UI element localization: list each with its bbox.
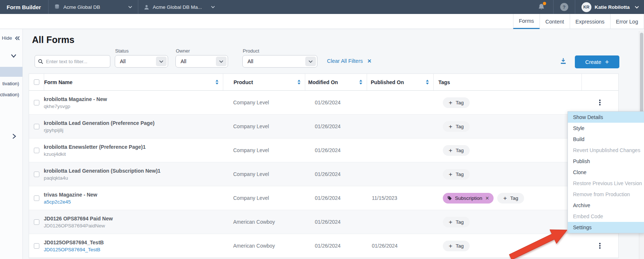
row-checkbox[interactable]: [34, 243, 39, 249]
tab-list: FormsContentExpressionsError Log: [0, 14, 644, 29]
help-button[interactable]: ?: [560, 3, 568, 11]
form-builder-app: Form Builder Acme Global DB Acme Global …: [0, 0, 644, 259]
sort-icon[interactable]: [298, 80, 300, 84]
sort-icon[interactable]: [359, 80, 362, 84]
form-name-cell: krobilotta Lead Generation (Subscription…: [44, 162, 223, 186]
product-cell: Company Level: [223, 115, 305, 138]
actions-cell: [581, 91, 618, 114]
table-row: krobilotta Lead Generation (Preference P…: [29, 115, 618, 139]
published-on-cell-value: 01/26/2024: [372, 243, 398, 249]
status-filter-select[interactable]: All: [115, 55, 168, 68]
divider: [575, 0, 575, 14]
menu-item-publish[interactable]: Publish: [568, 156, 644, 167]
select-all-checkbox[interactable]: [34, 79, 39, 85]
user-avatar[interactable]: KR: [581, 2, 591, 12]
plus-icon: +: [449, 171, 452, 177]
tag-pill-subscription[interactable]: Subscription✕: [443, 193, 494, 204]
app-title: Form Builder: [0, 4, 48, 10]
form-code-link[interactable]: JD0125OPS87694_TestB: [44, 247, 104, 252]
form-name: JD0125OPS87694_TestB: [44, 240, 104, 245]
menu-item-embed-code: Embed Code: [568, 211, 644, 222]
sidebar-item[interactable]: ctivation): [0, 91, 23, 102]
sidebar-item-chevron-right-icon[interactable]: [11, 133, 17, 140]
download-icon: [559, 57, 567, 65]
create-button[interactable]: Create +: [575, 55, 619, 68]
search-filter: [35, 55, 110, 68]
product-cell-value: Company Level: [233, 100, 269, 105]
add-tag-button[interactable]: +Tag: [497, 193, 524, 204]
product-cell: Company Level: [223, 162, 305, 186]
plus-icon: +: [449, 100, 452, 106]
row-actions-kebab-icon[interactable]: [596, 241, 604, 250]
row-checkbox[interactable]: [34, 100, 39, 105]
user-menu-chevron-icon[interactable]: [634, 4, 640, 10]
tags-cell: +Tag: [433, 115, 581, 138]
product-cell-value: Company Level: [233, 171, 269, 177]
tab-content[interactable]: Content: [540, 14, 570, 29]
product-filter-select[interactable]: All: [242, 55, 317, 68]
menu-item-style[interactable]: Style: [568, 123, 644, 134]
row-checkbox[interactable]: [34, 124, 39, 129]
chevron-down-icon: [156, 57, 167, 66]
row-checkbox[interactable]: [34, 195, 39, 201]
row-checkbox[interactable]: [34, 148, 39, 153]
add-tag-button[interactable]: +Tag: [443, 217, 470, 227]
row-checkbox[interactable]: [34, 172, 39, 177]
chevron-down-icon: [305, 57, 316, 66]
search-input[interactable]: [46, 59, 111, 64]
sidebar-hide-button[interactable]: Hide: [2, 35, 20, 41]
table-row: trivas Magazine - Newa5cp2c2e45Company L…: [29, 186, 618, 210]
menu-item-settings[interactable]: Settings: [568, 222, 644, 233]
modified-on-cell: 01/26/2024: [305, 162, 367, 186]
menu-item-clone[interactable]: Clone: [568, 167, 644, 178]
form-name-cell: JD0126 OPS87694 Paid NewJD0126OPS87694Pa…: [44, 210, 223, 234]
form-code: rjpyhpij8j: [44, 127, 154, 133]
menu-item-build[interactable]: Build: [568, 134, 644, 145]
sidebar-expand-chevron-icon[interactable]: [10, 53, 17, 58]
plus-icon: +: [503, 195, 507, 201]
add-tag-button[interactable]: +Tag: [443, 97, 470, 108]
add-tag-button[interactable]: +Tag: [443, 169, 470, 180]
clear-all-filters-button[interactable]: Clear All Filters ✕: [327, 58, 371, 64]
add-tag-button[interactable]: +Tag: [443, 121, 470, 132]
owner-filter-select[interactable]: All: [175, 55, 228, 68]
tab-forms[interactable]: Forms: [513, 14, 540, 29]
form-code: kzuoj4dkit: [44, 151, 146, 157]
sidebar-selected-item[interactable]: [0, 67, 23, 77]
published-on-cell-value: 11/15/2023: [372, 195, 397, 201]
tab-expressions[interactable]: Expressions: [570, 14, 610, 29]
menu-item-archive[interactable]: Archive: [568, 200, 644, 211]
table-row: JD0125OPS87694_TestBJD0125OPS87694_TestB…: [29, 234, 618, 258]
form-code: qkhe7ysvgp: [44, 104, 107, 109]
tab-error-log[interactable]: Error Log: [610, 14, 644, 29]
row-checkbox[interactable]: [34, 219, 39, 225]
product-cell: American Cowboy: [223, 234, 305, 258]
sidebar-item[interactable]: tivation): [0, 80, 23, 91]
column-header-tags: Tags: [433, 74, 581, 90]
database-icon: [54, 4, 60, 10]
menu-item-show-details[interactable]: Show Details: [568, 112, 644, 123]
database-selector[interactable]: Acme Global DB: [49, 0, 138, 14]
menu-item-remove-from-production: Remove from Production: [568, 189, 644, 200]
chevron-down-icon: [216, 57, 227, 66]
tags-cell: +Tag: [433, 234, 581, 258]
tags-cell: +Tag: [433, 210, 581, 234]
row-actions-kebab-icon[interactable]: [596, 98, 604, 107]
sort-icon[interactable]: [426, 80, 429, 84]
notifications-button[interactable]: [537, 3, 546, 11]
add-tag-label: Tag: [456, 124, 464, 129]
add-tag-button[interactable]: +Tag: [443, 145, 470, 156]
divider: [553, 0, 554, 14]
form-name-block: krobilotta Magazine - Newqkhe7ysvgp: [44, 96, 107, 109]
add-tag-button[interactable]: +Tag: [443, 241, 470, 251]
modified-on-cell-value: 01/26/2024: [315, 147, 341, 153]
plus-icon: +: [449, 243, 452, 249]
published-on-cell: [367, 210, 433, 234]
account-selector[interactable]: Acme Global DB Ma...: [138, 0, 221, 14]
download-button[interactable]: [559, 57, 567, 65]
sort-icon[interactable]: [216, 80, 218, 84]
product-filter-value: All: [243, 58, 253, 64]
form-code-link[interactable]: a5cp2c2e45: [44, 199, 97, 205]
remove-tag-icon[interactable]: ✕: [485, 195, 489, 201]
page-title: All Forms: [32, 35, 74, 45]
